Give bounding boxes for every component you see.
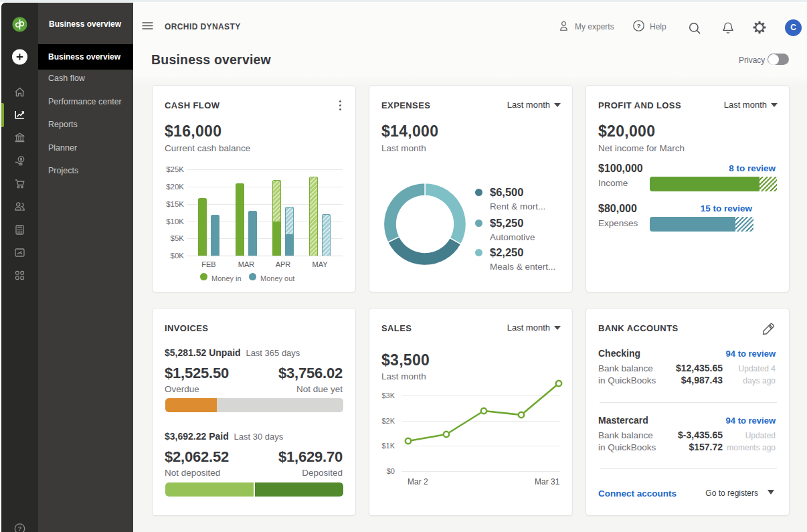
svg-text:?: ? (636, 22, 640, 29)
svg-text:?: ? (18, 525, 22, 532)
